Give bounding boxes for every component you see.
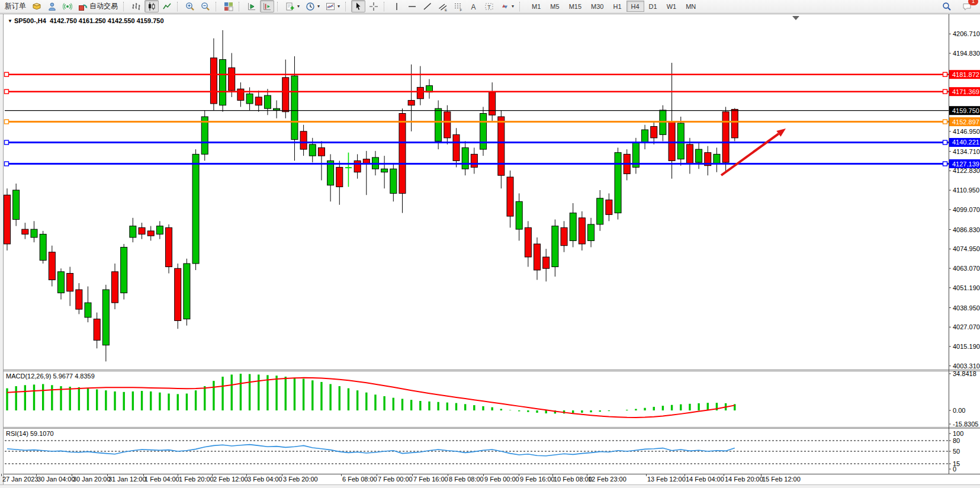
svg-text:7 Feb 00:00: 7 Feb 00:00 <box>378 476 413 483</box>
new-order-label: 新订单 <box>5 1 26 11</box>
svg-text:7 Feb 16:00: 7 Feb 16:00 <box>413 476 448 483</box>
text-label-icon: T <box>484 2 494 11</box>
crosshair-icon <box>369 2 378 11</box>
timeframe-D1[interactable]: D1 <box>644 1 662 12</box>
timeframe-M5[interactable]: M5 <box>545 1 564 12</box>
svg-text:34.8418: 34.8418 <box>953 370 976 377</box>
vertical-line-icon <box>392 2 401 11</box>
svg-text:4171.369: 4171.369 <box>952 88 979 95</box>
terminal-button[interactable] <box>45 0 59 12</box>
cursor-button[interactable] <box>351 0 365 12</box>
svg-text:1 Feb 04:00: 1 Feb 04:00 <box>144 476 179 483</box>
price-chart-canvas[interactable]: 4206.7104194.8304146.9504134.7104122.830… <box>0 0 980 488</box>
text-label-button[interactable]: T <box>482 0 496 12</box>
line-chart-button[interactable] <box>160 0 174 12</box>
svg-text:10 Feb 08:00: 10 Feb 08:00 <box>554 476 592 483</box>
svg-text:A: A <box>471 2 476 11</box>
templates-button[interactable]: ▾ <box>323 0 342 12</box>
zoom-in-button[interactable] <box>183 0 197 12</box>
timeframe-W1[interactable]: W1 <box>662 1 682 12</box>
clock-icon <box>306 2 315 11</box>
dropdown-caret-icon: ▾ <box>338 4 340 9</box>
timeframe-M15[interactable]: M15 <box>564 1 586 12</box>
toolbar-grip <box>345 2 348 11</box>
candlestick-chart-button[interactable] <box>144 0 159 12</box>
period-dropdown-button[interactable]: ▾ <box>303 0 322 12</box>
svg-text:15 Feb 12:00: 15 Feb 12:00 <box>762 476 801 483</box>
svg-text:8 Feb 08:00: 8 Feb 08:00 <box>449 476 484 483</box>
trendline-button[interactable] <box>420 0 435 12</box>
signals-button[interactable] <box>60 0 75 12</box>
svg-text:80: 80 <box>953 437 960 444</box>
chart-shift-button[interactable] <box>260 0 274 12</box>
vertical-line-button[interactable] <box>390 0 404 12</box>
horizontal-line-icon <box>407 2 417 11</box>
shapes-button[interactable]: ▾ <box>497 0 516 12</box>
timeframe-M30[interactable]: M30 <box>586 1 608 12</box>
line-chart-icon <box>162 2 172 11</box>
notifications-button[interactable]: 1 <box>960 0 975 12</box>
channel-button[interactable]: E <box>436 0 450 12</box>
tile-windows-button[interactable] <box>221 0 236 12</box>
toolbar-grip <box>277 2 280 11</box>
timeframe-MN[interactable]: MN <box>681 1 701 12</box>
toolbar-grip <box>519 2 522 11</box>
svg-text:4027.070: 4027.070 <box>953 323 980 330</box>
svg-text:4152.897: 4152.897 <box>952 118 979 126</box>
trendline-icon <box>423 2 432 11</box>
bar-chart-button[interactable] <box>129 0 143 12</box>
new-order-button[interactable]: 新订单 <box>2 0 28 12</box>
timeframe-M1[interactable]: M1 <box>527 1 545 12</box>
svg-text:4134.710: 4134.710 <box>953 148 980 155</box>
search-button[interactable] <box>940 0 954 12</box>
svg-text:4003.310: 4003.310 <box>953 362 980 370</box>
svg-text:F: F <box>460 8 462 11</box>
main-toolbar: 新订单 自动交易 <box>0 0 980 13</box>
dropdown-caret-icon: ▾ <box>512 4 514 9</box>
svg-text:1 Feb 20:00: 1 Feb 20:00 <box>179 476 214 483</box>
auto-trading-button[interactable]: 自动交易 <box>76 0 120 12</box>
signals-icon <box>63 2 72 11</box>
text-button[interactable]: A <box>467 0 481 12</box>
svg-text:4051.190: 4051.190 <box>953 284 980 291</box>
crosshair-button[interactable] <box>367 0 381 12</box>
svg-text:14 Feb 20:00: 14 Feb 20:00 <box>725 476 763 483</box>
svg-text:9 Feb 00:00: 9 Feb 00:00 <box>484 476 519 483</box>
macd-indicator-label: MACD(12,26,9) 5.9677 4.8359 <box>6 373 95 380</box>
svg-text:4140.221: 4140.221 <box>952 139 979 146</box>
svg-text:100: 100 <box>953 430 963 437</box>
order-history-button[interactable] <box>30 0 44 12</box>
svg-text:4015.190: 4015.190 <box>953 343 980 350</box>
svg-text:4063.070: 4063.070 <box>953 265 980 272</box>
timeframe-H1[interactable]: H1 <box>608 1 626 12</box>
horizontal-line-button[interactable] <box>405 0 419 12</box>
symbol-collapse-icon[interactable]: ▼ <box>8 18 12 24</box>
text-icon: A <box>469 2 478 11</box>
svg-text:4086.830: 4086.830 <box>953 226 980 233</box>
auto-scroll-icon <box>247 2 256 11</box>
search-icon <box>942 2 952 11</box>
new-chart-button[interactable]: ▾ <box>283 0 302 12</box>
chart-symbol-period: SP500-,H4 <box>14 17 46 24</box>
zoom-out-button[interactable] <box>198 0 213 12</box>
svg-text:31 Jan 12:00: 31 Jan 12:00 <box>108 476 146 483</box>
toolbar-grip <box>123 2 126 11</box>
svg-text:4110.950: 4110.950 <box>953 187 979 194</box>
terminal-icon <box>47 2 57 11</box>
equidistant-channel-icon: E <box>438 2 448 11</box>
svg-text:3 Feb 20:00: 3 Feb 20:00 <box>283 476 318 483</box>
timeframe-H4[interactable]: H4 <box>626 1 644 12</box>
svg-text:27 Jan 2023: 27 Jan 2023 <box>2 476 38 483</box>
svg-text:0.00: 0.00 <box>953 407 965 414</box>
toolbar-grip <box>384 2 387 11</box>
svg-text:4181.872: 4181.872 <box>952 71 979 78</box>
auto-scroll-button[interactable] <box>245 0 259 12</box>
order-history-icon <box>32 2 41 11</box>
fibonacci-button[interactable]: F <box>451 0 465 12</box>
toolbar-grip <box>239 2 242 11</box>
auto-trading-label: 自动交易 <box>89 1 118 11</box>
toolbar-grip <box>177 2 180 11</box>
trading-terminal-window: 新订单 自动交易 <box>0 0 980 488</box>
new-chart-icon <box>285 2 295 11</box>
chart-background <box>4 15 980 484</box>
